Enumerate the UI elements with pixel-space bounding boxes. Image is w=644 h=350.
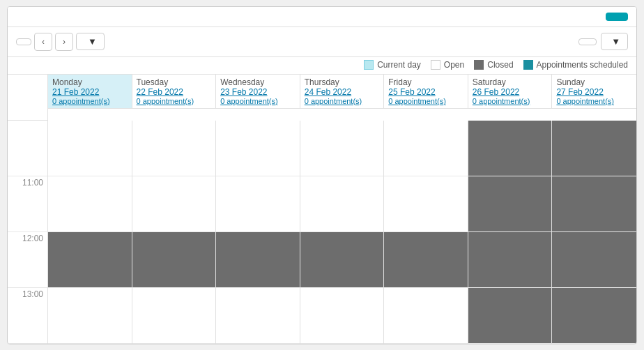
time-label: 11:00 <box>8 176 47 232</box>
body-grid <box>48 121 636 344</box>
body-cell <box>300 176 384 232</box>
day-date-link[interactable]: 23 Feb 2022 <box>220 87 296 97</box>
legend-current-day: Current day <box>364 60 421 70</box>
date-range-selector[interactable]: ▼ <box>76 33 105 50</box>
legend-closed-label: Closed <box>487 60 513 70</box>
appointments-icon <box>523 60 533 70</box>
body-cell <box>216 176 300 232</box>
body-cell <box>216 288 300 344</box>
time-slot-empty <box>8 121 47 176</box>
day-name: Monday <box>52 77 128 87</box>
day-header-saturday: Saturday26 Feb 20220 appointment(s) <box>468 75 553 108</box>
day-name: Friday <box>388 77 463 87</box>
body-col-wednesday <box>216 121 300 344</box>
body-cell <box>132 176 216 232</box>
body-col-tuesday <box>132 121 217 344</box>
body-cell <box>552 232 636 288</box>
prev-button[interactable]: ‹ <box>34 33 52 51</box>
legend-appointments-label: Appointments scheduled <box>537 60 628 70</box>
legend-bar: Current day Open Closed Appointments sch… <box>8 57 636 75</box>
legend-open: Open <box>431 60 464 70</box>
open-icon <box>431 60 440 70</box>
body-cell <box>300 232 384 288</box>
toolbar-left: ‹ › ▼ <box>16 33 574 51</box>
day-header-sunday: Sunday27 Feb 20220 appointment(s) <box>552 75 636 108</box>
day-appointments-link[interactable]: 0 appointment(s) <box>556 97 632 105</box>
body-col-monday <box>48 121 132 344</box>
calendar-grid: Monday21 Feb 20220 appointment(s)Tuesday… <box>8 75 636 121</box>
day-header-wednesday: Wednesday23 Feb 20220 appointment(s) <box>216 75 300 108</box>
body-cell <box>48 288 132 344</box>
body-cell <box>216 232 300 288</box>
legend-appointments: Appointments scheduled <box>523 60 628 70</box>
body-col-friday <box>384 121 468 344</box>
body-cell <box>48 121 132 176</box>
body-cell <box>552 121 636 176</box>
body-cell <box>300 121 384 176</box>
day-appointments-link[interactable]: 0 appointment(s) <box>388 97 463 105</box>
body-cell <box>552 288 636 344</box>
calendar-container: ‹ › ▼ ▼ Current day Open <box>7 6 637 344</box>
day-appointments-link[interactable]: 0 appointment(s) <box>220 97 296 105</box>
body-cell <box>384 176 468 232</box>
chevron-right-icon: › <box>63 37 66 47</box>
toolbar-right: ▼ <box>578 33 628 50</box>
time-label: 13:00 <box>8 288 47 344</box>
chevron-down-icon: ▼ <box>88 36 97 47</box>
body-cell <box>468 232 552 288</box>
next-button[interactable]: › <box>55 33 73 51</box>
body-cell <box>132 232 216 288</box>
body-col-thursday <box>300 121 385 344</box>
day-name: Sunday <box>556 77 632 87</box>
day-date-link[interactable]: 22 Feb 2022 <box>137 87 212 97</box>
day-header-tuesday: Tuesday22 Feb 20220 appointment(s) <box>132 75 217 108</box>
days-area: Monday21 Feb 20220 appointment(s)Tuesday… <box>48 75 636 121</box>
week-selector-button[interactable]: ▼ <box>601 33 628 50</box>
day-date-link[interactable]: 21 Feb 2022 <box>52 87 128 97</box>
day-date-link[interactable]: 27 Feb 2022 <box>556 87 632 97</box>
closed-icon <box>474 60 484 70</box>
refresh-button[interactable] <box>606 13 628 21</box>
week-chevron-icon: ▼ <box>611 36 620 47</box>
body-cell <box>468 121 552 176</box>
body-cell <box>48 176 132 232</box>
scheduling-details-button[interactable] <box>578 38 597 45</box>
body-cell <box>468 176 552 232</box>
day-header-monday: Monday21 Feb 20220 appointment(s) <box>48 75 132 108</box>
header-bar <box>8 7 636 27</box>
time-column-header <box>8 75 48 121</box>
day-name: Thursday <box>305 77 380 87</box>
body-cell <box>384 288 468 344</box>
body-cell <box>384 121 468 176</box>
day-date-link[interactable]: 24 Feb 2022 <box>305 87 380 97</box>
legend-current-day-label: Current day <box>377 60 421 70</box>
day-name: Wednesday <box>220 77 296 87</box>
body-cell <box>552 176 636 232</box>
body-cell <box>384 232 468 288</box>
calendar-body-wrapper: 11:0012:0013:00 <box>8 121 636 344</box>
body-cell <box>48 232 132 288</box>
day-appointments-link[interactable]: 0 appointment(s) <box>473 97 548 105</box>
body-cell <box>300 288 384 344</box>
today-button[interactable] <box>16 38 31 45</box>
chevron-left-icon: ‹ <box>42 37 45 47</box>
body-cell <box>132 288 216 344</box>
day-header-thursday: Thursday24 Feb 20220 appointment(s) <box>300 75 385 108</box>
day-date-link[interactable]: 26 Feb 2022 <box>473 87 548 97</box>
day-header-friday: Friday25 Feb 20220 appointment(s) <box>384 75 468 108</box>
body-col-saturday <box>468 121 553 344</box>
body-cell <box>216 121 300 176</box>
toolbar: ‹ › ▼ ▼ <box>8 27 636 57</box>
day-appointments-link[interactable]: 0 appointment(s) <box>137 97 212 105</box>
time-slots-column: 11:0012:0013:00 <box>8 121 48 344</box>
day-date-link[interactable]: 25 Feb 2022 <box>388 87 463 97</box>
current-day-icon <box>364 60 374 70</box>
body-col-sunday <box>552 121 636 344</box>
day-appointments-link[interactable]: 0 appointment(s) <box>305 97 380 105</box>
legend-open-label: Open <box>444 60 464 70</box>
legend-closed: Closed <box>474 60 513 70</box>
day-appointments-link[interactable]: 0 appointment(s) <box>52 97 128 105</box>
days-header: Monday21 Feb 20220 appointment(s)Tuesday… <box>48 75 636 109</box>
time-label: 12:00 <box>8 232 47 288</box>
body-cell <box>468 288 552 344</box>
